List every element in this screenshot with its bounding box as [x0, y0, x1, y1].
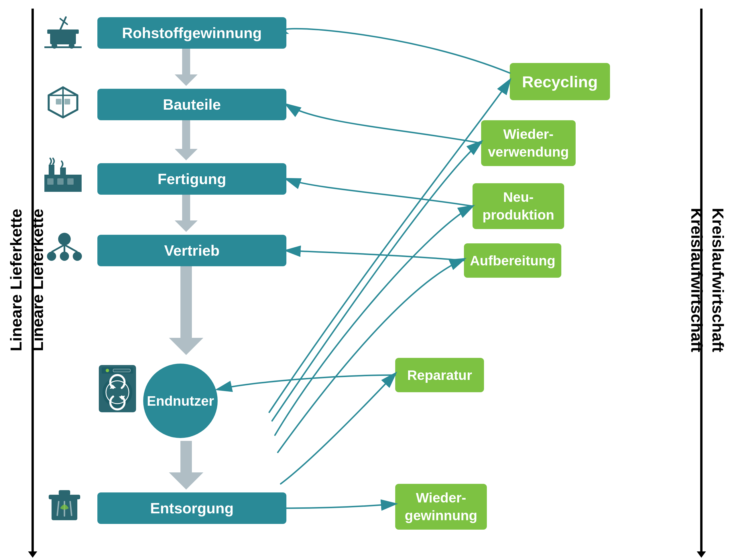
components-icon — [44, 84, 87, 122]
svg-rect-15 — [47, 178, 54, 185]
svg-rect-34 — [49, 495, 80, 499]
entsorgung-box: Entsorgung — [97, 492, 286, 524]
svg-point-20 — [73, 252, 82, 261]
svg-point-21 — [60, 252, 69, 261]
arrow-3 — [175, 195, 198, 232]
svg-rect-11 — [64, 99, 70, 104]
svg-point-27 — [106, 381, 129, 404]
factory-icon — [42, 156, 90, 196]
appliance-icon — [97, 362, 140, 439]
fertigung-box: Fertigung — [97, 163, 286, 195]
rohstoffgewinnung-box: Rohstoffgewinnung — [97, 17, 286, 49]
svg-point-31 — [106, 369, 109, 372]
svg-line-22 — [52, 245, 64, 252]
distribution-icon — [44, 229, 87, 269]
mining-icon — [44, 16, 87, 53]
svg-rect-10 — [56, 99, 62, 104]
diagram-container: Lineare Lieferkette Kreislaufwirtschaft … — [0, 0, 734, 560]
arrow-4 — [169, 266, 203, 361]
curved-arrows-svg — [0, 0, 734, 560]
left-label: Lineare Lieferkette — [28, 8, 47, 552]
svg-rect-17 — [67, 178, 74, 185]
neuproduktion-box: Neu-produktion — [473, 183, 564, 229]
right-label: Kreislaufwirtschaft — [688, 8, 706, 552]
svg-point-19 — [47, 252, 56, 261]
wiedergewinnung-box: Wieder-gewinnung — [395, 484, 487, 530]
arrow-5 — [169, 441, 203, 490]
wiederverwendung-box: Wieder-verwendung — [481, 120, 576, 166]
svg-rect-16 — [57, 178, 64, 185]
svg-line-23 — [64, 245, 77, 252]
recycling-box: Recycling — [510, 63, 610, 100]
labels-svg: Lineare Lieferkette Kreislaufwirtschaft — [0, 0, 734, 560]
arrow-2 — [175, 120, 198, 160]
svg-rect-14 — [60, 167, 66, 176]
svg-rect-32 — [113, 369, 130, 372]
right-label-text: Kreislaufwirtschaft — [709, 208, 727, 352]
vertrieb-box: Vertrieb — [97, 235, 286, 266]
endnutzer-circle: Endnutzer — [143, 364, 218, 438]
svg-point-18 — [58, 233, 71, 245]
svg-rect-13 — [49, 165, 54, 176]
trash-icon — [46, 487, 86, 527]
aufbereitung-box: Aufbereitung — [464, 243, 561, 278]
svg-rect-35 — [59, 490, 70, 495]
bauteile-box: Bauteile — [97, 89, 286, 120]
arrow-1 — [175, 49, 198, 86]
left-label-text: Lineare Lieferkette — [7, 209, 25, 351]
reparatur-box: Reparatur — [395, 358, 484, 392]
svg-rect-1 — [47, 29, 79, 34]
